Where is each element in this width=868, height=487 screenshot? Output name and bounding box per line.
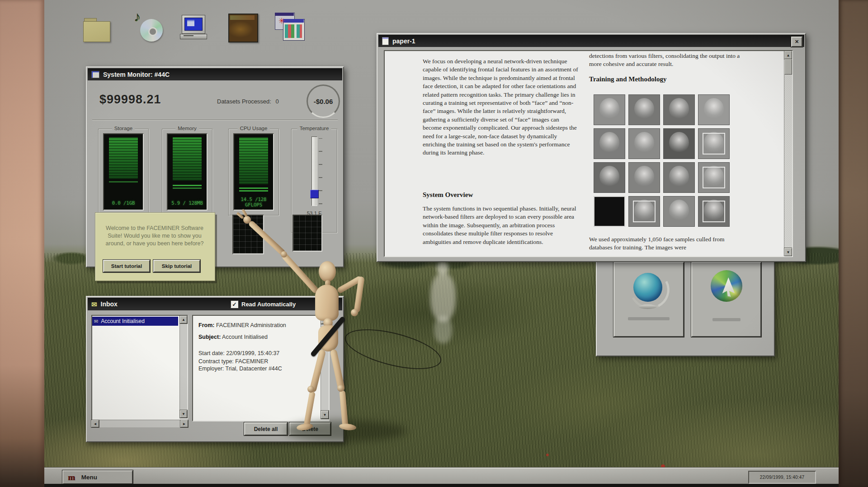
detail-line1: Start date: 22/09/1999, 15:40:37 [198,350,279,356]
delete-all-button[interactable]: Delete all [244,422,288,435]
detection-frame [703,133,725,155]
inbox-icon: ✉ [91,301,97,308]
face-sample [698,196,730,227]
menu-button[interactable]: m Menu [62,470,133,484]
paper-left-para2: The system functions in two sequential p… [423,205,579,246]
datasets-value: 0 [276,98,279,105]
app-window-icon[interactable]: ✳ [275,13,307,43]
folder-body [83,21,110,42]
face-sample [628,196,660,227]
disk-slot [184,35,193,36]
mannequin-knee-left [307,386,314,393]
scroll-up-button[interactable]: ▲ [784,51,792,59]
detail-subject: Subject: Account Initialised [198,334,268,340]
desk-globe-button[interactable] [613,262,684,337]
music-cd-icon[interactable]: ♪ [134,12,165,44]
face-sample [698,128,730,159]
message-list-item[interactable]: ✉ Account Initialised [92,317,178,326]
monitor-title: System Monitor: #44C [103,71,170,78]
from-label: From: [198,322,214,328]
starburst-glyph: ✳ [278,16,285,26]
net-panel-window [596,259,775,356]
read-auto-label: Read Automatically [241,301,296,308]
detection-frame [703,201,725,222]
cd-hole [148,27,157,36]
desk-globe-label [628,317,670,320]
cpu-gauge: CPU Usage 14.5 /128 GFLOPS [228,129,279,215]
detail-line2: Contract type: FACEMINER [198,358,268,365]
memory-lcd: 5.9 / 128MB [167,133,208,211]
skip-tutorial-button[interactable]: Skip tutorial [153,260,200,272]
read-auto-checkbox[interactable]: ✓ [231,300,238,308]
face-sample [663,128,695,159]
globe-foot [639,304,657,309]
inbox-titlebar[interactable]: ✉ Inbox ✓ Read Automatically [88,298,342,310]
list-hscrollbar[interactable]: ◄ ► [91,420,188,427]
monitor-titlebar[interactable]: System Monitor: #44C [88,68,342,80]
cpu-label: CPU Usage [238,126,270,131]
face-sample [698,94,730,125]
menu-logo: m [68,473,75,482]
start-tutorial-button[interactable]: Start tutorial [103,260,150,272]
temperature-label: Temperature [297,126,331,131]
net-globe-button[interactable] [691,262,761,337]
clock-tray: 22/09/1999, 15:40:47 [748,471,816,484]
photo-highlight [230,15,255,20]
face-sample [628,128,660,159]
paper-titlebar[interactable]: paper-1 ✕ [378,35,804,47]
paper-left-heading: System Overview [423,191,473,199]
paper-scrollbar[interactable]: ▲ ▼ [784,51,792,256]
mannequin-head [319,261,336,282]
cpu-lcd: 14.5 /128 GFLOPS [233,133,274,211]
scroll-thumb[interactable] [784,59,792,75]
folder-icon[interactable] [83,18,111,42]
menu-label: Menu [81,474,97,481]
detail-line3: Employer: Trial, Datacenter #44C [198,365,282,372]
photo-frame-left [0,0,44,487]
tutorial-tooltip: Welcome to the FACEMINER Software Suite!… [95,212,215,281]
temperature-thumb[interactable] [310,190,319,198]
subject-label: Subject: [198,334,221,340]
list-scroll-right[interactable]: ► [180,420,188,427]
monitor-icon [91,71,99,78]
net-globe-label [712,318,741,321]
back-window-titlebar [275,13,294,16]
storage-lcd: 0.0 /1GB [103,133,144,211]
poppy-flower [546,454,549,456]
paper-title: paper-1 [392,37,415,45]
datasets-processed: Datasets Processed: 0 [217,98,279,105]
face-sample [663,162,695,193]
detection-frame [703,167,725,188]
face-sample [594,128,625,159]
face-sample [594,162,625,193]
balance-value: $99998.21 [99,93,161,107]
mannequin-elbow-left [281,251,287,258]
computer-base [180,34,207,39]
list-scroll-down[interactable]: ▼ [180,410,187,418]
face-sample [594,196,625,227]
detail-scroll-down[interactable]: ▼ [321,411,329,419]
music-note-glyph: ♪ [134,9,141,24]
list-scroll-up[interactable]: ▲ [180,316,187,323]
photo-icon[interactable] [228,14,258,43]
scroll-down-button[interactable]: ▼ [784,248,792,256]
photo-frame-right [839,0,868,487]
list-scrollbar[interactable]: ▲ ▼ [179,316,187,418]
close-button[interactable]: ✕ [791,37,802,47]
detail-from: From: FACEMINER Administration [198,322,286,328]
paper-right-top: detections from various filters, consoli… [589,52,747,69]
detection-frame [633,201,656,222]
face-sample [663,94,695,125]
mannequin-hand-left [243,216,251,224]
paper-page: We focus on developing a neural network-… [384,50,793,257]
storage-gauge: Storage 0.0 /1GB [98,129,149,215]
face-sample [594,94,625,125]
tutorial-message: Welcome to the FACEMINER Software Suite!… [103,225,207,248]
face-sample [698,162,730,193]
rate-gauge: -$0.06 [307,84,340,118]
message-list: ✉ Account Initialised ▲ ▼ [91,315,188,421]
list-scroll-left[interactable]: ◄ [91,420,99,427]
face-sample [628,162,660,193]
paper-right-heading: Training and Methodology [589,75,666,83]
computer-icon[interactable] [180,15,209,43]
